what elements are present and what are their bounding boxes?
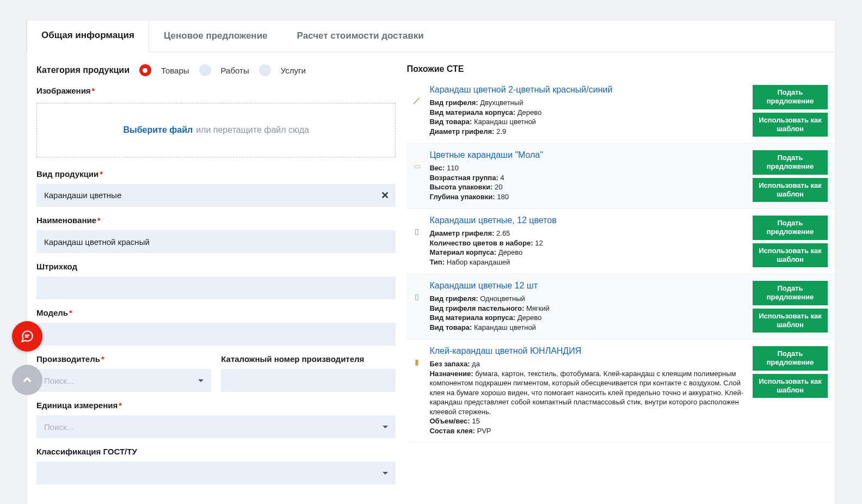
- required-mark: *: [69, 309, 72, 317]
- item-body: Клей-карандаш цветной ЮНЛАНДИЯБез запаха…: [429, 346, 747, 435]
- item-thumb-icon: ▯: [410, 216, 424, 243]
- item-title-link[interactable]: Цветные карандаши "Мола": [429, 150, 747, 160]
- item-actions: Подать предложениеИспользовать как шабло…: [753, 150, 828, 202]
- item-attr: Назначение: бумага, картон, текстиль, фо…: [429, 369, 747, 417]
- similar-item: ／Карандаш цветной 2-цветный красный/сини…: [407, 78, 835, 144]
- similar-item: ▯Карандаши цветные 12 штВид грифеля: Одн…: [407, 274, 835, 340]
- item-attr: Диаметр грифеля: 2.65: [429, 229, 747, 238]
- catalog-num-block: Каталожный номер производителя: [221, 354, 396, 392]
- category-radio-group: Товары Работы Услуги: [139, 64, 306, 76]
- item-attr: Объем/вес: 15: [429, 416, 747, 426]
- manufacturer-label: Производитель: [36, 354, 100, 364]
- item-attr: Диаметр грифеля: 2.9: [429, 127, 747, 137]
- similar-item: ▭Цветные карандаши "Мола"Вес: 110Возраст…: [407, 144, 835, 209]
- barcode-label: Штрихкод: [36, 262, 77, 271]
- tab-general[interactable]: Общая информация: [27, 20, 149, 52]
- model-label: Модель: [36, 308, 68, 317]
- item-actions: Подать предложениеИспользовать как шабло…: [753, 281, 828, 333]
- item-body: Карандаши цветные 12 штВид грифеля: Одно…: [429, 281, 747, 332]
- tab-shipping[interactable]: Расчет стоимости доставки: [282, 20, 439, 52]
- barcode-input[interactable]: [36, 276, 396, 299]
- manufacturer-placeholder: Поиск...: [44, 376, 73, 385]
- submit-offer-button[interactable]: Подать предложение: [753, 281, 828, 305]
- left-column: Категория продукции Товары Работы Услуги…: [27, 52, 407, 504]
- images-dropzone[interactable]: Выберите файл или перетащите файл сюда: [36, 103, 396, 157]
- submit-offer-button[interactable]: Подать предложение: [753, 216, 828, 240]
- unit-select[interactable]: Поиск...: [36, 415, 396, 438]
- required-mark: *: [92, 87, 95, 95]
- item-attr: Высота упаковки: 20: [429, 182, 747, 192]
- model-input[interactable]: [36, 323, 396, 346]
- item-attr: Материал корпуса: Дерево: [429, 248, 747, 257]
- item-title-link[interactable]: Карандаш цветной 2-цветный красный/синий: [429, 85, 747, 95]
- category-row: Категория продукции Товары Работы Услуги: [36, 64, 396, 76]
- tabs: Общая информация Ценовое предложение Рас…: [27, 20, 835, 52]
- barcode-block: Штрихкод: [36, 262, 396, 299]
- model-block: Модель*: [36, 308, 396, 346]
- name-label: Наименование: [36, 216, 96, 225]
- use-template-button[interactable]: Использовать как шаблон: [753, 178, 828, 202]
- item-body: Карандаши цветные, 12 цветовДиаметр гриф…: [429, 216, 747, 267]
- chevron-up-icon: [20, 373, 34, 387]
- item-attr: Тип: Набор карандашей: [429, 257, 747, 267]
- similar-item: ▮Клей-карандаш цветной ЮНЛАНДИЯБез запах…: [407, 340, 835, 442]
- choose-file-link[interactable]: Выберите файл: [123, 125, 193, 135]
- similar-item: ▯Карандаши цветные, 12 цветовДиаметр гри…: [407, 209, 835, 274]
- manufacturer-block: Производитель* Поиск...: [36, 354, 211, 392]
- clear-product-type-icon[interactable]: ✕: [381, 189, 389, 201]
- radio-goods[interactable]: [139, 64, 151, 76]
- item-attr: Количество цветов в наборе: 12: [429, 238, 747, 248]
- right-column: Похожие СТЕ ／Карандаш цветной 2-цветный …: [407, 52, 835, 504]
- gost-block: Классификация ГОСТ/ТУ: [36, 447, 396, 484]
- use-template-button[interactable]: Использовать как шаблон: [753, 374, 828, 398]
- chat-fab[interactable]: [12, 321, 42, 352]
- item-actions: Подать предложениеИспользовать как шабло…: [753, 216, 828, 267]
- radio-services[interactable]: [259, 64, 271, 76]
- manufacturer-row: Производитель* Поиск... Каталожный номер…: [36, 354, 396, 401]
- tab-price[interactable]: Ценовое предложение: [149, 20, 282, 52]
- item-attr: Вид материала корпуса: Дерево: [429, 313, 747, 323]
- dropzone-hint: или перетащите файл сюда: [196, 125, 309, 135]
- radio-works-label: Работы: [221, 66, 249, 75]
- radio-services-label: Услуги: [281, 66, 306, 75]
- form-container: Общая информация Ценовое предложение Рас…: [26, 20, 836, 504]
- unit-placeholder: Поиск...: [44, 422, 73, 432]
- scroll-top-fab[interactable]: [12, 365, 42, 395]
- item-thumb-icon: ▮: [410, 346, 424, 373]
- item-thumb-icon: ／: [410, 85, 424, 112]
- product-type-block: Вид продукции* Карандаши цветные ✕: [36, 169, 396, 207]
- item-attr: Вид материала корпуса: Дерево: [429, 108, 747, 118]
- submit-offer-button[interactable]: Подать предложение: [753, 346, 828, 371]
- chevron-down-icon: [198, 379, 204, 382]
- item-title-link[interactable]: Клей-карандаш цветной ЮНЛАНДИЯ: [429, 346, 747, 356]
- name-input[interactable]: [36, 230, 396, 253]
- item-thumb-icon: ▭: [410, 150, 424, 177]
- chevron-down-icon: [383, 426, 388, 428]
- item-title-link[interactable]: Карандаши цветные, 12 цветов: [429, 216, 747, 225]
- submit-offer-button[interactable]: Подать предложение: [753, 85, 828, 109]
- required-mark: *: [101, 355, 104, 364]
- required-mark: *: [100, 170, 102, 179]
- chat-icon: [20, 329, 34, 343]
- product-type-input[interactable]: Карандаши цветные: [36, 184, 396, 207]
- item-title-link[interactable]: Карандаши цветные 12 шт: [429, 281, 747, 291]
- unit-block: Единица измерения* Поиск...: [36, 401, 396, 438]
- submit-offer-button[interactable]: Подать предложение: [753, 150, 828, 175]
- use-template-button[interactable]: Использовать как шаблон: [753, 113, 828, 137]
- item-actions: Подать предложениеИспользовать как шабло…: [753, 346, 828, 398]
- item-attr: Вид грифеля: Двухцветный: [429, 98, 747, 108]
- radio-works[interactable]: [199, 64, 211, 76]
- item-attr: Без запаха: да: [429, 359, 747, 369]
- item-attr: Состав клея: PVP: [429, 426, 747, 436]
- item-body: Карандаш цветной 2-цветный красный/синий…: [429, 85, 747, 136]
- catalog-num-input[interactable]: [221, 369, 396, 392]
- name-block: Наименование*: [36, 216, 396, 253]
- item-body: Цветные карандаши "Мола"Вес: 110Возрастн…: [429, 150, 747, 201]
- images-block: Изображения* Выберите файл или перетащит…: [36, 86, 396, 157]
- manufacturer-select[interactable]: Поиск...: [36, 369, 211, 392]
- radio-goods-label: Товары: [161, 66, 189, 75]
- use-template-button[interactable]: Использовать как шаблон: [753, 309, 828, 333]
- item-thumb-icon: ▯: [410, 281, 424, 308]
- gost-select[interactable]: [36, 462, 396, 484]
- use-template-button[interactable]: Использовать как шаблон: [753, 243, 828, 268]
